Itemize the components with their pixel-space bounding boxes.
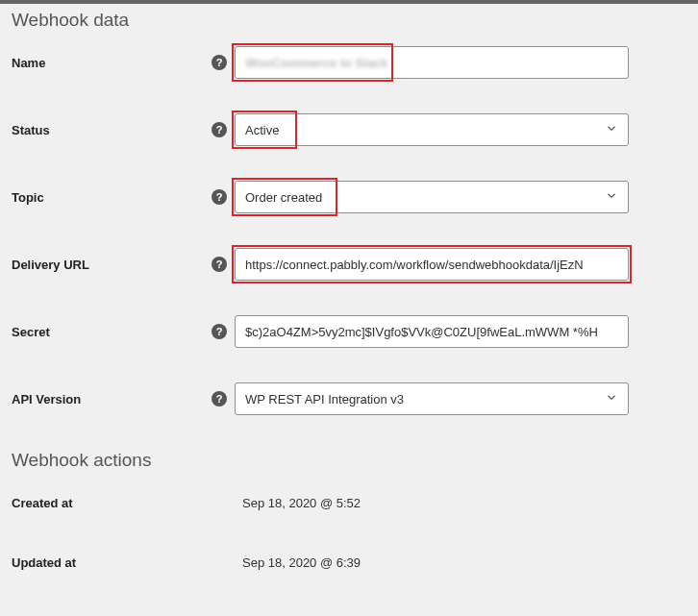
row-topic: Topic ? Order created	[12, 181, 686, 213]
row-status: Status ? Active	[12, 113, 686, 146]
label-delivery-url: Delivery URL ?	[12, 257, 235, 272]
help-icon[interactable]: ?	[212, 324, 227, 339]
help-icon[interactable]: ?	[212, 391, 227, 407]
secret-input[interactable]: $c)2aO4ZM>5vy2mc]$IVgfo$VVk@C0ZU[9fwEaL.…	[235, 315, 629, 348]
chevron-down-icon	[605, 189, 618, 206]
section-heading-webhook-actions: Webhook actions	[12, 450, 686, 471]
label-secret: Secret ?	[12, 324, 235, 339]
name-input[interactable]: WooCommerce to Slack	[235, 46, 629, 79]
row-created-at: Created at Sep 18, 2020 @ 5:52	[12, 486, 686, 519]
topic-select[interactable]: Order created	[235, 181, 629, 213]
row-secret: Secret ? $c)2aO4ZM>5vy2mc]$IVgfo$VVk@C0Z…	[12, 315, 686, 348]
status-select[interactable]: Active	[235, 113, 629, 146]
label-created-at: Created at	[12, 496, 235, 510]
label-api-version: API Version ?	[12, 391, 235, 407]
label-updated-at: Updated at	[12, 555, 235, 570]
row-updated-at: Updated at Sep 18, 2020 @ 6:39	[12, 546, 686, 579]
chevron-down-icon	[605, 391, 618, 407]
help-icon[interactable]: ?	[212, 189, 227, 205]
updated-at-value: Sep 18, 2020 @ 6:39	[235, 555, 361, 570]
label-status: Status ?	[12, 122, 235, 137]
api-version-select[interactable]: WP REST API Integration v3	[235, 382, 629, 415]
help-icon[interactable]: ?	[212, 55, 227, 70]
delivery-url-input[interactable]: https://connect.pabbly.com/workflow/send…	[235, 248, 629, 281]
section-heading-webhook-data: Webhook data	[12, 10, 686, 31]
row-api-version: API Version ? WP REST API Integration v3	[12, 382, 686, 415]
row-delivery-url: Delivery URL ? https://connect.pabbly.co…	[12, 248, 686, 281]
chevron-down-icon	[605, 122, 618, 138]
created-at-value: Sep 18, 2020 @ 5:52	[235, 496, 361, 510]
window-topbar	[0, 0, 698, 4]
label-topic: Topic ?	[12, 189, 235, 205]
label-name: Name ?	[12, 55, 235, 70]
help-icon[interactable]: ?	[212, 257, 227, 272]
row-name: Name ? WooCommerce to Slack	[12, 46, 686, 79]
help-icon[interactable]: ?	[212, 122, 227, 137]
